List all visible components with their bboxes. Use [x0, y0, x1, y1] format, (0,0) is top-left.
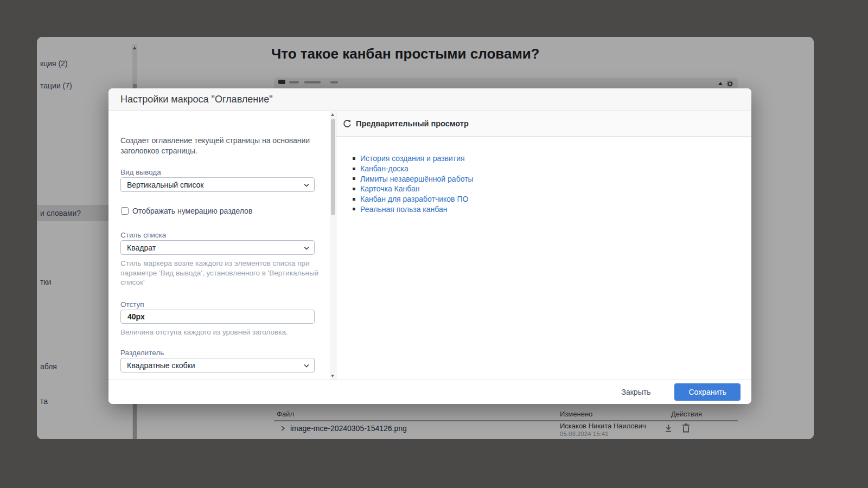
preview-title: Предварительный просмотр	[356, 119, 469, 128]
list-item: Лимиты незавершённой работы	[353, 174, 474, 184]
chevron-down-icon	[304, 183, 309, 187]
toc-link[interactable]: История создания и развития	[360, 154, 465, 163]
list-style-label: Стиль списка	[120, 231, 166, 239]
bullet-square-icon	[353, 198, 355, 201]
chevron-down-icon	[304, 364, 309, 368]
bullet-square-icon	[353, 208, 355, 210]
dialog-header: Настройки макроса "Оглавление"	[108, 88, 751, 111]
chevron-down-icon	[304, 246, 309, 250]
toc-link[interactable]: Канбан для разработчиков ПО	[360, 195, 468, 203]
list-item: Канбан-доска	[353, 164, 474, 174]
bullet-square-icon	[353, 157, 355, 160]
form-scrollbar[interactable]	[330, 111, 336, 380]
indent-help: Величина отступа каждого из уровней заго…	[120, 328, 319, 337]
list-style-help: Стиль маркера возле каждого из элементов…	[120, 259, 319, 287]
list-item: Карточка Канбан	[353, 184, 474, 194]
output-type-value: Вертикальный список	[127, 181, 204, 189]
toc-preview-list: История создания и развития Канбан-доска…	[353, 153, 474, 214]
save-button[interactable]: Сохранить	[674, 383, 741, 401]
indent-input[interactable]	[120, 310, 315, 324]
separator-select[interactable]: Квадратные скобки	[120, 358, 315, 373]
numbering-checkbox-label[interactable]: Отображать нумерацию разделов	[132, 207, 252, 215]
dialog-title: Настройки макроса "Оглавление"	[120, 94, 273, 105]
numbering-checkbox[interactable]	[121, 207, 129, 215]
dialog-footer: Закрыть Сохранить	[108, 380, 751, 404]
toc-link[interactable]: Карточка Канбан	[360, 184, 419, 193]
refresh-icon[interactable]	[343, 119, 352, 128]
bullet-square-icon	[353, 168, 355, 170]
list-style-select[interactable]: Квадрат	[120, 240, 315, 255]
macro-settings-dialog: Настройки макроса "Оглавление" Создает о…	[108, 88, 751, 404]
toc-link[interactable]: Канбан-доска	[360, 164, 409, 173]
preview-panel: Предварительный просмотр История создани…	[336, 111, 751, 380]
toc-link[interactable]: Реальная польза канбан	[360, 205, 448, 214]
output-type-label: Вид вывода	[120, 168, 161, 176]
macro-settings-form: Создает оглавление текущей страницы на о…	[108, 111, 330, 380]
scrollbar-thumb[interactable]	[331, 119, 335, 215]
toc-link[interactable]: Лимиты незавершённой работы	[360, 175, 474, 183]
scroll-up-icon[interactable]	[331, 113, 334, 116]
list-item: История создания и развития	[353, 153, 474, 164]
separator-label: Разделитель	[120, 349, 164, 357]
list-item: Канбан для разработчиков ПО	[353, 194, 474, 204]
list-style-value: Квадрат	[127, 243, 156, 252]
preview-header: Предварительный просмотр	[336, 111, 751, 137]
numbering-checkbox-row: Отображать нумерацию разделов	[121, 207, 252, 215]
separator-value: Квадратные скобки	[127, 361, 195, 370]
list-item: Реальная польза канбан	[353, 204, 474, 214]
bullet-square-icon	[353, 188, 355, 190]
bullet-square-icon	[353, 177, 355, 180]
indent-label: Отступ	[120, 300, 144, 309]
scroll-down-icon[interactable]	[331, 375, 334, 377]
macro-description: Создает оглавление текущей страницы на о…	[120, 136, 317, 156]
close-button[interactable]: Закрыть	[622, 388, 651, 396]
output-type-select[interactable]: Вертикальный список	[120, 177, 315, 192]
